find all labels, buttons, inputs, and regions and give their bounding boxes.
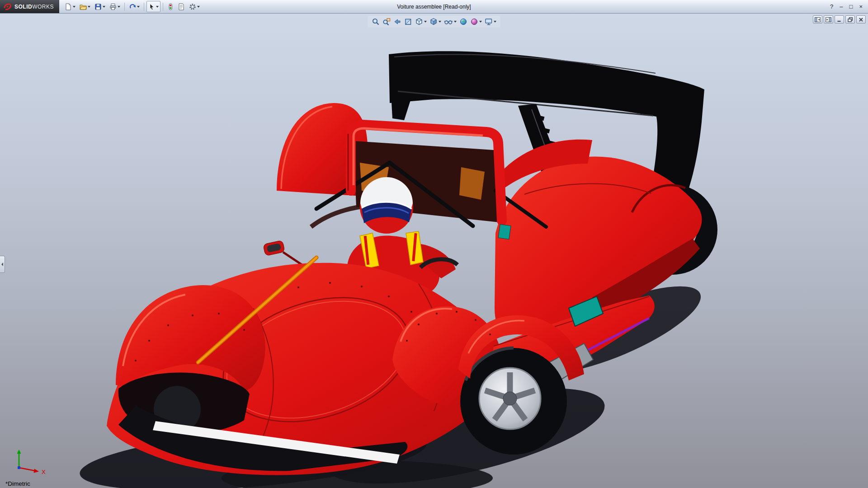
select-cursor-icon — [148, 3, 155, 10]
save-button[interactable] — [93, 1, 107, 12]
y-axis-arrow — [17, 450, 21, 454]
options-button[interactable] — [187, 1, 202, 12]
print-button[interactable] — [108, 1, 122, 12]
x-axis-arrow — [34, 469, 39, 473]
undo-icon — [129, 3, 136, 10]
zoom-to-fit-button[interactable] — [371, 17, 381, 27]
teal-vent — [498, 224, 511, 239]
new-document-icon — [65, 3, 72, 10]
view-orientation-button[interactable] — [414, 17, 428, 27]
brand-bold: SOLID — [14, 4, 32, 10]
solidworks-logo-icon — [4, 3, 12, 11]
main-toolbar — [63, 1, 202, 12]
apply-scene-button[interactable] — [469, 17, 483, 27]
close-button[interactable]: × — [859, 4, 863, 9]
maximize-button[interactable]: □ — [849, 4, 853, 9]
x-axis-label: X — [42, 469, 46, 475]
apply-scene-icon — [470, 18, 478, 26]
section-view-icon — [404, 18, 412, 26]
minimize-button[interactable]: – — [840, 4, 843, 9]
brand-light: WORKS — [32, 4, 54, 10]
close-document-button[interactable] — [856, 15, 866, 23]
view-orientation-label: *Dimetric — [5, 480, 30, 487]
view-settings-icon — [485, 18, 493, 26]
3d-viewport[interactable]: X *Dimetric — [0, 14, 868, 488]
previous-view-icon — [393, 18, 401, 26]
options-gear-icon — [189, 3, 196, 10]
new-document-button[interactable] — [63, 1, 77, 12]
edit-appearance-button[interactable] — [458, 17, 468, 27]
pane-left-icon — [815, 17, 821, 22]
brand-text: SOLIDWORKS — [14, 4, 54, 10]
helmet — [360, 177, 413, 234]
model-canvas[interactable] — [0, 14, 868, 488]
open-icon — [80, 3, 87, 10]
title-bar: SOLIDWORKS — [0, 0, 868, 14]
open-button[interactable] — [78, 1, 92, 12]
restore-document-button[interactable] — [845, 15, 855, 23]
print-icon — [109, 3, 117, 10]
display-style-button[interactable] — [429, 17, 442, 27]
show-display-pane-button[interactable] — [824, 15, 833, 23]
display-style-icon — [429, 18, 438, 26]
z-axis-origin — [18, 466, 20, 469]
zoom-to-area-icon — [382, 18, 391, 26]
view-orientation-icon — [415, 18, 423, 26]
window-controls: ? – □ × — [830, 4, 868, 9]
orientation-triad[interactable]: X — [7, 448, 57, 477]
edit-appearance-icon — [459, 18, 467, 26]
pane-right-icon — [826, 17, 831, 22]
save-icon — [94, 3, 102, 10]
car-model[interactable] — [107, 51, 717, 475]
view-settings-button[interactable] — [484, 17, 497, 27]
file-properties-icon — [178, 3, 185, 10]
feature-tree-expand-tab[interactable] — [0, 256, 5, 273]
restore-doc-icon — [848, 17, 853, 22]
hide-show-items-icon — [444, 18, 453, 26]
heads-up-view-toolbar — [368, 16, 500, 28]
solidworks-logo: SOLIDWORKS — [0, 0, 59, 13]
document-window-controls — [813, 15, 866, 23]
zoom-to-area-button[interactable] — [382, 17, 392, 27]
hide-show-items-button[interactable] — [443, 17, 458, 27]
rebuild-button[interactable] — [165, 1, 175, 12]
show-feature-tree-button[interactable] — [813, 15, 822, 23]
undo-button[interactable] — [127, 1, 142, 12]
close-doc-icon — [859, 17, 863, 22]
help-button[interactable]: ? — [830, 4, 833, 9]
previous-view-button[interactable] — [392, 17, 402, 27]
section-view-button[interactable] — [403, 17, 413, 27]
side-mirror — [263, 240, 302, 265]
select-button[interactable] — [146, 1, 160, 12]
chevron-left-icon — [1, 262, 4, 267]
minimize-document-button[interactable] — [835, 15, 844, 23]
rear-left-wheel — [460, 348, 567, 455]
rebuild-icon — [167, 3, 174, 10]
zoom-to-fit-icon — [372, 18, 380, 26]
file-properties-button[interactable] — [176, 1, 187, 12]
minimize-doc-icon — [837, 17, 842, 22]
